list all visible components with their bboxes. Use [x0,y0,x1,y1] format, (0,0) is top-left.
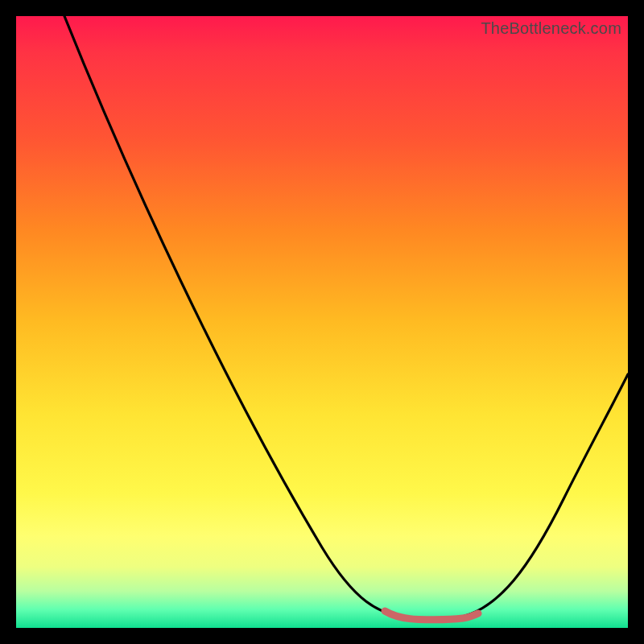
chart-frame: TheBottleneck.com [16,16,628,628]
watermark-text: TheBottleneck.com [481,19,621,38]
bottleneck-curve [64,16,628,620]
optimal-range-marker [385,611,478,620]
chart-svg [16,16,628,628]
